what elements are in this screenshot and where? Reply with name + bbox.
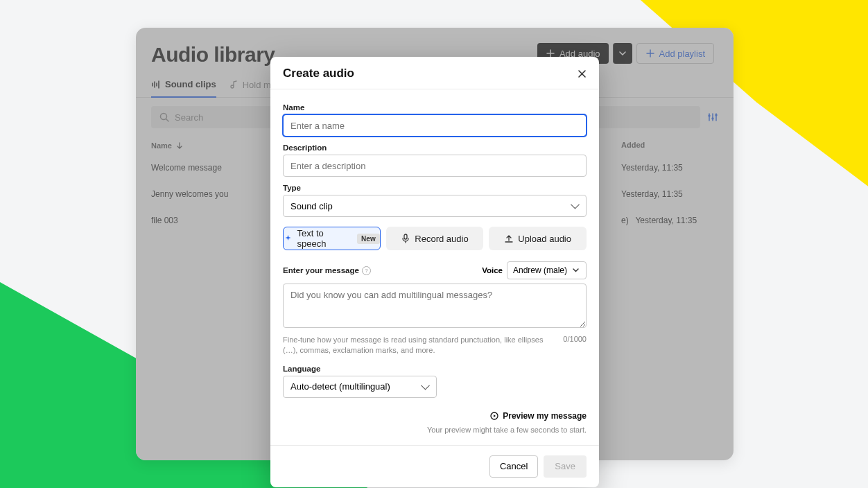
description-input[interactable] [283,155,587,177]
create-audio-modal: Create audio Name Description Type Text … [270,57,599,487]
play-icon [489,411,499,421]
type-label: Type [283,184,587,192]
language-select[interactable] [283,376,437,398]
chevron-down-icon [571,265,580,275]
upload-icon [504,234,514,243]
upload-audio-option[interactable]: Upload audio [489,227,587,250]
preview-message-button[interactable]: Preview my message [489,411,587,421]
language-label: Language [283,365,587,373]
helper-text: Fine-tune how your message is read using… [283,335,549,356]
cancel-button[interactable]: Cancel [489,455,538,478]
message-textarea[interactable] [283,284,587,328]
sparkle-icon [284,234,293,243]
voice-label: Voice [482,266,503,274]
preview-sub-text: Your preview might take a few seconds to… [283,426,587,434]
new-badge: New [357,234,380,244]
microphone-icon [401,234,410,243]
close-icon [578,69,587,78]
message-label: Enter your message [283,266,359,274]
char-counter: 0/1000 [563,335,587,356]
save-button[interactable]: Save [544,455,587,478]
svg-rect-4 [404,234,407,239]
description-label: Description [283,143,587,152]
close-button[interactable] [578,69,587,78]
name-input[interactable] [283,114,587,137]
text-to-speech-option[interactable]: Text to speech New [283,227,381,250]
type-select[interactable] [283,195,587,217]
modal-title: Create audio [283,67,354,80]
voice-select[interactable]: Andrew (male) [507,261,587,279]
name-label: Name [283,103,587,112]
info-icon[interactable]: ? [362,266,371,275]
record-audio-option[interactable]: Record audio [386,227,484,250]
